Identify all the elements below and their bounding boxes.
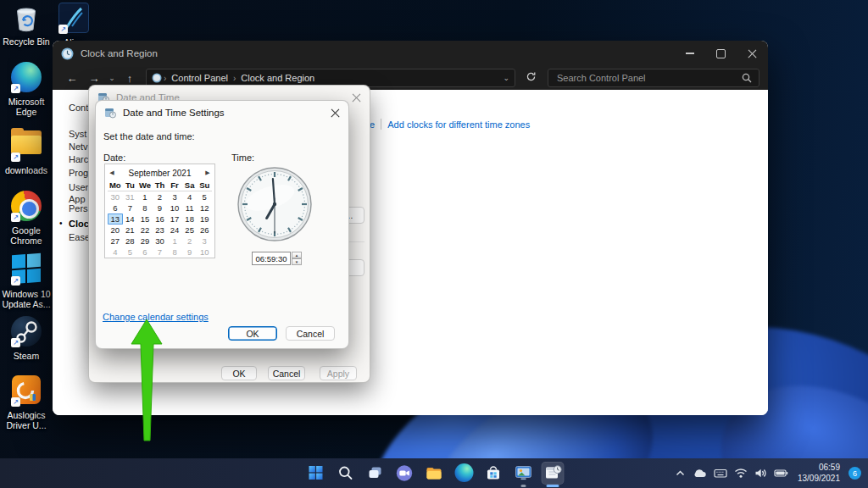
calendar-day[interactable]: 17 xyxy=(167,214,182,225)
calendar-day[interactable]: 18 xyxy=(182,214,198,225)
minimize-button[interactable] xyxy=(674,41,705,66)
calendar-day[interactable]: 12 xyxy=(197,202,212,214)
calendar-day[interactable]: 9 xyxy=(182,247,198,258)
calendar-day[interactable]: 23 xyxy=(153,225,168,236)
cancel-button[interactable]: Cancel xyxy=(286,326,335,341)
calendar-day[interactable]: 8 xyxy=(167,247,182,258)
keyboard-icon[interactable] xyxy=(714,468,727,479)
add-clocks-link[interactable]: Add clocks for different time zones xyxy=(387,119,530,130)
desktop-icon-steam[interactable]: ↗ Steam xyxy=(2,315,51,361)
back-button[interactable]: ← xyxy=(61,72,83,85)
start-button[interactable] xyxy=(304,462,327,485)
sidebar-item[interactable]: Cont xyxy=(69,103,88,113)
calendar-day[interactable]: 3 xyxy=(167,191,182,202)
calendar-day[interactable]: 29 xyxy=(137,236,153,247)
calendar-day[interactable]: 6 xyxy=(108,202,123,214)
spin-down-icon[interactable]: ▼ xyxy=(292,258,302,265)
ok-button[interactable]: OK xyxy=(221,366,257,380)
time-value-field[interactable]: 06:59:30 xyxy=(252,252,291,265)
microsoft-store-button[interactable] xyxy=(482,462,505,485)
calendar-day[interactable]: 27 xyxy=(108,236,123,247)
sidebar-item[interactable]: Ease xyxy=(69,232,90,242)
calendar-day[interactable]: 30 xyxy=(153,236,168,247)
calendar-next-icon[interactable]: ▶ xyxy=(201,169,214,176)
calendar-day[interactable]: 2 xyxy=(153,191,168,202)
calendar-day[interactable]: 6 xyxy=(137,247,153,258)
spin-up-icon[interactable]: ▲ xyxy=(292,252,302,258)
calendar-day[interactable]: 4 xyxy=(108,247,123,258)
dialog-titlebar[interactable]: Date and Time Settings xyxy=(96,101,348,122)
calendar-day[interactable]: 15 xyxy=(137,214,153,225)
ok-button[interactable]: OK xyxy=(228,326,277,341)
onedrive-icon[interactable] xyxy=(693,468,707,479)
calendar-day[interactable]: 21 xyxy=(123,225,138,236)
close-button[interactable] xyxy=(737,41,768,66)
calendar-day[interactable]: 1 xyxy=(167,236,182,247)
task-view-button[interactable] xyxy=(364,462,387,485)
calendar-day[interactable]: 5 xyxy=(197,191,212,202)
desktop-icon-auslogics-driver[interactable]: ↗ Auslogics Driver U... xyxy=(2,374,51,430)
calendar-day[interactable]: 20 xyxy=(108,225,123,236)
up-button[interactable]: ↑ xyxy=(119,72,141,85)
calendar-day[interactable]: 3 xyxy=(197,236,212,247)
battery-icon[interactable] xyxy=(774,468,788,479)
notification-badge[interactable]: 6 xyxy=(849,467,861,480)
tray-chevron-up-icon[interactable] xyxy=(675,468,686,479)
forward-button[interactable]: → xyxy=(83,72,105,85)
breadcrumb-control-panel[interactable]: Control Panel xyxy=(168,73,231,83)
file-explorer-button[interactable] xyxy=(423,462,446,485)
sidebar-item[interactable]: Pers xyxy=(69,203,88,214)
calendar-day[interactable]: 7 xyxy=(153,247,168,258)
close-icon[interactable] xyxy=(352,93,361,103)
calendar-control[interactable]: ◀ September 2021 ▶ MoTuWeThFrSaSu3031123… xyxy=(104,164,215,258)
sidebar-item[interactable]: Harc xyxy=(69,154,88,164)
search-button[interactable] xyxy=(334,462,357,485)
calendar-day[interactable]: 28 xyxy=(123,236,138,247)
calendar-day[interactable]: 25 xyxy=(182,225,198,236)
calendar-day[interactable]: 7 xyxy=(123,202,138,214)
date-time-settings-button[interactable] xyxy=(542,462,565,485)
address-dropdown-icon[interactable]: ⌄ xyxy=(503,74,509,82)
calendar-day[interactable]: 19 xyxy=(197,214,212,225)
calendar-day[interactable]: 14 xyxy=(123,214,138,225)
calendar-month-label[interactable]: September 2021 xyxy=(119,169,201,178)
desktop-icon-google-chrome[interactable]: ↗ Google Chrome xyxy=(2,190,51,246)
calendar-day[interactable]: 2 xyxy=(182,236,198,247)
apply-button[interactable]: Apply xyxy=(320,366,357,380)
calendar-day[interactable]: 31 xyxy=(123,191,138,202)
calendar-day[interactable]: 1 xyxy=(137,191,153,202)
window-titlebar[interactable]: Clock and Region xyxy=(53,41,768,66)
sidebar-item[interactable]: Prog xyxy=(69,168,88,178)
calendar-day[interactable]: 24 xyxy=(167,225,182,236)
calendar-day[interactable]: 11 xyxy=(182,202,198,214)
calendar-day[interactable]: 8 xyxy=(137,202,153,214)
search-input[interactable] xyxy=(555,72,742,84)
sidebar-item-clock-and-region[interactable]: Cloc xyxy=(69,219,89,229)
cancel-button[interactable]: Cancel xyxy=(268,366,305,380)
breadcrumb-clock-and-region[interactable]: Clock and Region xyxy=(237,73,318,83)
calendar-day[interactable]: 5 xyxy=(123,247,138,258)
calendar-day[interactable]: 10 xyxy=(197,247,212,258)
chat-button[interactable] xyxy=(393,462,416,485)
close-icon[interactable] xyxy=(331,108,340,118)
calendar-day[interactable]: 16 xyxy=(153,214,168,225)
calendar-day[interactable]: 9 xyxy=(153,202,168,214)
control-panel-search[interactable] xyxy=(548,69,760,87)
sidebar-item[interactable]: Netv xyxy=(69,141,88,152)
control-panel-button[interactable] xyxy=(512,462,535,485)
sidebar-item[interactable]: Syst xyxy=(69,129,86,139)
desktop-icon-microsoft-edge[interactable]: ↗ Microsoft Edge xyxy=(2,61,51,117)
edge-button[interactable] xyxy=(453,462,476,485)
desktop-icon-recycle-bin[interactable]: Recycle Bin xyxy=(2,2,51,47)
wifi-icon[interactable] xyxy=(734,468,748,479)
calendar-prev-icon[interactable]: ◀ xyxy=(105,169,119,176)
calendar-day[interactable]: 10 xyxy=(167,202,182,214)
desktop-icon-windows-10-update[interactable]: ↗ Windows 10 Update As... xyxy=(2,252,51,309)
refresh-button[interactable] xyxy=(520,70,541,86)
calendar-day[interactable]: 30 xyxy=(108,191,123,202)
sidebar-item[interactable]: User xyxy=(69,182,88,192)
volume-icon[interactable] xyxy=(754,468,767,479)
calendar-day[interactable]: 26 xyxy=(197,225,212,236)
calendar-day-selected[interactable]: 13 xyxy=(108,214,123,225)
maximize-button[interactable] xyxy=(705,41,737,66)
